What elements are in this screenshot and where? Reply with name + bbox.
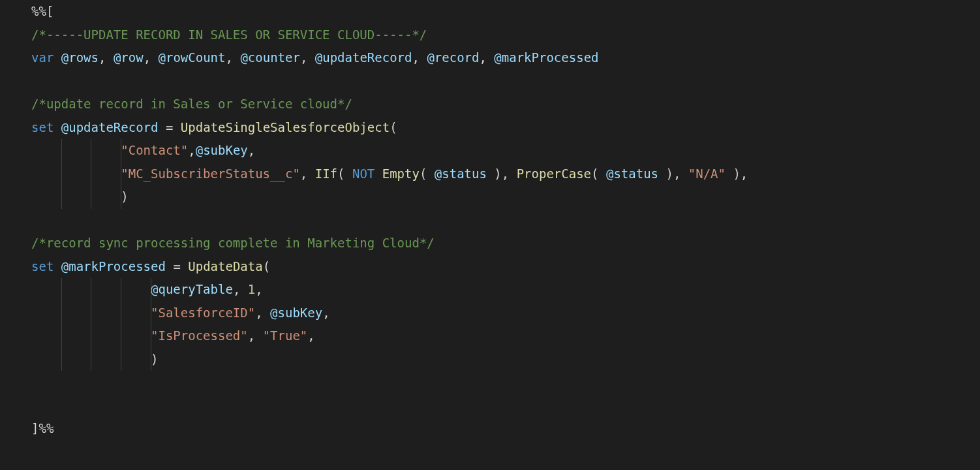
code-line[interactable]: ]%% bbox=[31, 417, 980, 441]
code-token: ( bbox=[390, 120, 397, 134]
code-token: "IsProcessed" bbox=[151, 328, 248, 343]
code-token: @rows bbox=[61, 50, 99, 65]
indent-guide bbox=[121, 139, 121, 163]
code-token: ( bbox=[263, 259, 270, 274]
code-token: ), bbox=[487, 166, 517, 181]
code-line[interactable]: /*update record in Sales or Service clou… bbox=[31, 93, 980, 116]
code-token: , bbox=[255, 282, 262, 296]
code-token: @status bbox=[606, 166, 658, 181]
code-token: , bbox=[479, 50, 494, 65]
code-token: @updateRecord bbox=[61, 120, 159, 134]
code-token: = bbox=[166, 259, 188, 274]
indent-guide bbox=[121, 163, 121, 186]
code-token: ProperCase bbox=[517, 166, 591, 181]
code-token: @updateRecord bbox=[315, 50, 412, 65]
indent-guide bbox=[151, 302, 151, 325]
indent-guide bbox=[121, 324, 121, 348]
code-token: , bbox=[307, 328, 314, 343]
line-number bbox=[0, 46, 10, 70]
code-token: , bbox=[248, 328, 263, 343]
line-number bbox=[0, 0, 10, 24]
code-editor[interactable]: %%[/*-----UPDATE RECORD IN SALES OR SERV… bbox=[0, 0, 980, 470]
code-line[interactable]: "Contact",@subKey, bbox=[31, 139, 980, 163]
code-token: /*record sync processing complete in Mar… bbox=[31, 236, 435, 250]
line-number bbox=[0, 139, 10, 163]
code-token bbox=[54, 50, 61, 65]
line-number bbox=[0, 116, 10, 140]
code-token: @row bbox=[114, 50, 144, 65]
code-line[interactable] bbox=[31, 70, 980, 93]
code-line[interactable]: ) bbox=[31, 185, 980, 209]
line-number bbox=[0, 348, 10, 371]
code-token: , bbox=[225, 50, 240, 65]
code-line[interactable]: "MC_SubscriberStatus__c", IIf( NOT Empty… bbox=[31, 163, 980, 186]
line-number bbox=[0, 278, 10, 302]
code-token: /*-----UPDATE RECORD IN SALES OR SERVICE… bbox=[31, 27, 427, 42]
code-line[interactable] bbox=[31, 394, 980, 418]
code-line[interactable]: "SalesforceID", @subKey, bbox=[31, 302, 980, 325]
code-line[interactable]: "IsProcessed", "True", bbox=[31, 324, 980, 348]
code-token: @counter bbox=[240, 50, 300, 65]
line-number bbox=[0, 163, 10, 186]
code-token bbox=[54, 120, 61, 134]
indent-guide bbox=[61, 163, 62, 186]
code-token: "True" bbox=[263, 328, 308, 343]
code-token: UpdateData bbox=[188, 259, 262, 274]
line-number bbox=[0, 255, 10, 279]
code-token: /*update record in Sales or Service clou… bbox=[31, 97, 352, 111]
indent-guide bbox=[91, 278, 91, 302]
indent-guide bbox=[61, 348, 62, 371]
indent-guide bbox=[61, 302, 62, 325]
code-token: ), bbox=[658, 166, 688, 181]
indent-guide bbox=[91, 139, 91, 163]
line-number bbox=[0, 93, 10, 116]
code-token bbox=[31, 143, 121, 157]
code-line[interactable]: /*record sync processing complete in Mar… bbox=[31, 232, 980, 255]
code-token: "Contact" bbox=[121, 143, 188, 157]
code-token: ( bbox=[591, 166, 606, 181]
code-token: @subKey bbox=[196, 143, 248, 157]
indent-guide bbox=[91, 324, 91, 348]
code-line[interactable]: /*-----UPDATE RECORD IN SALES OR SERVICE… bbox=[31, 24, 980, 47]
code-token: @record bbox=[427, 50, 479, 65]
code-token: , bbox=[255, 306, 270, 320]
indent-guide bbox=[121, 185, 121, 209]
indent-guide bbox=[61, 324, 62, 348]
indent-guide bbox=[91, 185, 91, 209]
indent-guide bbox=[61, 139, 62, 163]
code-line[interactable]: set @updateRecord = UpdateSingleSalesfor… bbox=[31, 116, 980, 140]
code-token: ), bbox=[726, 166, 748, 181]
code-token: ( bbox=[420, 166, 435, 181]
code-token: ( bbox=[337, 166, 352, 181]
code-line[interactable]: var @rows, @row, @rowCount, @counter, @u… bbox=[31, 46, 980, 70]
code-line[interactable] bbox=[31, 209, 980, 232]
line-number bbox=[0, 70, 10, 93]
code-token: = bbox=[159, 120, 181, 134]
code-token: , bbox=[99, 50, 114, 65]
code-token: , bbox=[188, 143, 195, 157]
code-token: set bbox=[31, 120, 54, 134]
indent-guide bbox=[151, 278, 151, 302]
code-token: "N/A" bbox=[688, 166, 726, 181]
indent-guide bbox=[61, 278, 62, 302]
line-number bbox=[0, 232, 10, 255]
code-line[interactable]: set @markProcessed = UpdateData( bbox=[31, 255, 980, 279]
code-token: ]%% bbox=[31, 421, 54, 435]
code-token: , bbox=[300, 50, 315, 65]
code-token bbox=[54, 259, 61, 274]
code-line[interactable]: @queryTable, 1, bbox=[31, 278, 980, 302]
line-number-gutter bbox=[0, 0, 13, 470]
code-token: , bbox=[144, 50, 159, 65]
code-line[interactable] bbox=[31, 371, 980, 394]
code-line[interactable]: %%[ bbox=[31, 0, 980, 24]
line-number bbox=[0, 209, 10, 232]
code-token: , bbox=[300, 166, 315, 181]
line-number bbox=[0, 394, 10, 418]
code-token: ) bbox=[151, 352, 158, 366]
code-area[interactable]: %%[/*-----UPDATE RECORD IN SALES OR SERV… bbox=[13, 0, 980, 470]
line-number bbox=[0, 324, 10, 348]
code-token: NOT bbox=[352, 166, 375, 181]
indent-guide bbox=[121, 348, 121, 371]
code-line[interactable]: ) bbox=[31, 348, 980, 371]
line-number bbox=[0, 24, 10, 47]
